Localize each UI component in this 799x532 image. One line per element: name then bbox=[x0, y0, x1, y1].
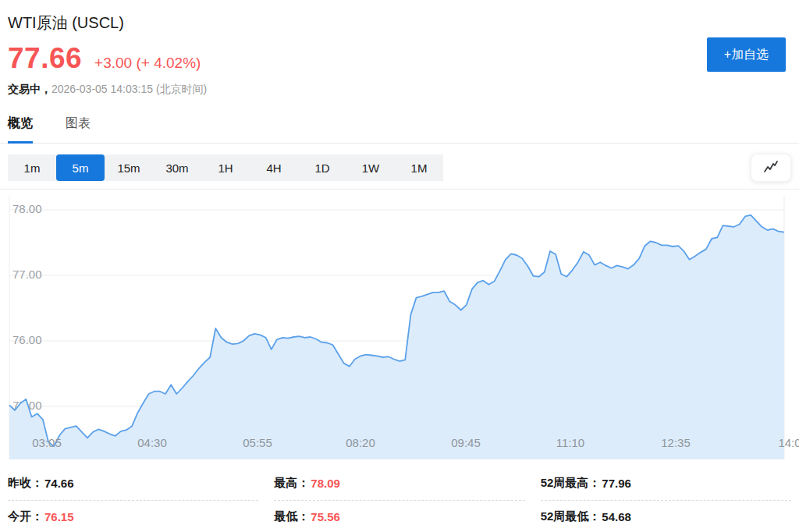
trading-status-label: 交易中， bbox=[8, 83, 51, 95]
stat-value: 76.15 bbox=[44, 510, 74, 523]
stats-column-3: 52周最高：77.9652周最低：54.68 bbox=[541, 467, 791, 532]
x-axis-tick: 09:45 bbox=[451, 436, 481, 449]
x-axis-tick: 05:55 bbox=[243, 436, 272, 449]
page-title: WTI原油 (USCL) bbox=[8, 0, 791, 33]
tab-overview[interactable]: 概览 bbox=[8, 115, 33, 143]
stat-label: 52周最高： bbox=[541, 476, 601, 491]
price-change: +3.00 (+ 4.02%) bbox=[94, 55, 201, 72]
period-button-4H[interactable]: 4H bbox=[250, 154, 298, 181]
stats-section: 昨收：74.66今开：76.15最高：78.09最低：75.5652周最高：77… bbox=[8, 467, 791, 532]
stat-row: 最高：78.09 bbox=[274, 467, 524, 501]
x-axis-tick: 08:20 bbox=[346, 436, 375, 449]
stat-value: 77.96 bbox=[602, 477, 631, 490]
stat-row: 今开：76.15 bbox=[8, 501, 258, 532]
line-chart-icon bbox=[762, 160, 780, 176]
current-price: 77.66 bbox=[8, 42, 82, 75]
stat-row: 52周最高：77.96 bbox=[541, 467, 791, 501]
stat-row: 52周最低：54.68 bbox=[541, 501, 791, 532]
price-row: 77.66 +3.00 (+ 4.02%) bbox=[8, 42, 791, 76]
chart-type-button[interactable] bbox=[751, 154, 791, 182]
y-axis-tick: 78.00 bbox=[12, 202, 42, 215]
price-area-fill bbox=[9, 215, 784, 459]
stat-value: 54.68 bbox=[602, 510, 631, 523]
period-buttons: 1m5m15m30m1H4H1D1W1M bbox=[8, 154, 443, 181]
period-button-5m[interactable]: 5m bbox=[56, 154, 105, 181]
tab-chart[interactable]: 图表 bbox=[66, 115, 91, 143]
tab-bar: 概览 图表 bbox=[0, 115, 799, 144]
x-axis-tick: 04:30 bbox=[137, 436, 167, 449]
period-button-1H[interactable]: 1H bbox=[201, 154, 250, 181]
stat-label: 今开： bbox=[8, 509, 43, 524]
stat-value: 74.66 bbox=[44, 477, 74, 490]
y-axis-tick: 76.00 bbox=[12, 333, 42, 346]
period-button-30m[interactable]: 30m bbox=[153, 154, 201, 181]
stat-row: 昨收：74.66 bbox=[8, 467, 258, 501]
price-area-chart[interactable]: 78.0077.0076.0075.0003:0504:3005:5508:20… bbox=[0, 190, 799, 459]
y-axis-tick: 77.00 bbox=[12, 268, 42, 281]
add-watchlist-button[interactable]: +加自选 bbox=[707, 37, 786, 72]
stats-column-2: 最高：78.09最低：75.56 bbox=[274, 467, 524, 532]
period-button-15m[interactable]: 15m bbox=[105, 154, 153, 181]
x-axis-tick: 14:0 bbox=[778, 436, 799, 449]
period-button-1m[interactable]: 1m bbox=[8, 154, 56, 181]
trading-status: 交易中，2026-03-05 14:03:15 (北京时间) bbox=[8, 83, 791, 98]
stat-label: 最高： bbox=[274, 476, 309, 491]
stat-row: 最低：75.56 bbox=[274, 501, 524, 532]
x-axis-tick: 11:10 bbox=[556, 436, 584, 449]
stat-value: 78.09 bbox=[311, 477, 340, 490]
stat-label: 最低： bbox=[274, 509, 309, 524]
stat-label: 昨收： bbox=[8, 476, 43, 491]
stat-label: 52周最低： bbox=[541, 509, 601, 524]
x-axis-tick: 03:05 bbox=[32, 436, 62, 449]
period-button-1M[interactable]: 1M bbox=[395, 154, 443, 181]
trading-status-time: 2026-03-05 14:03:15 (北京时间) bbox=[51, 83, 207, 95]
stats-column-1: 昨收：74.66今开：76.15 bbox=[8, 467, 258, 532]
chart-toolbar: 1m5m15m30m1H4H1D1W1M bbox=[8, 154, 791, 181]
period-button-1W[interactable]: 1W bbox=[346, 154, 395, 181]
period-button-1D[interactable]: 1D bbox=[298, 154, 346, 181]
stat-value: 75.56 bbox=[311, 510, 340, 523]
x-axis-tick: 12:35 bbox=[661, 436, 691, 449]
